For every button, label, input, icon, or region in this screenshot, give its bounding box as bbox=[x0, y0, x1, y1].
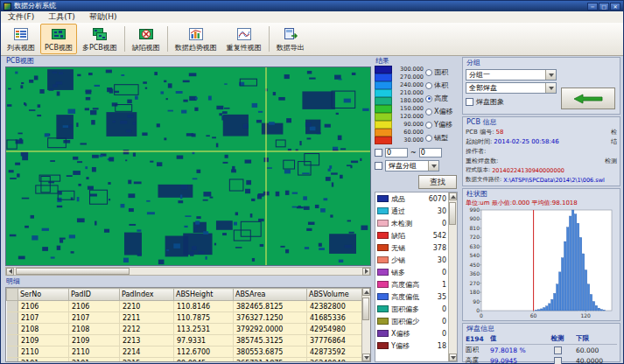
detail-cell: 2215 bbox=[120, 358, 174, 363]
minimize-button[interactable]: ─ bbox=[587, 3, 598, 10]
pad-info-header-cell: 下限 bbox=[576, 334, 614, 343]
detail-cell: 2211 bbox=[120, 312, 174, 324]
scroll-track[interactable] bbox=[362, 296, 370, 354]
pad-image-checkbox[interactable] bbox=[466, 98, 473, 106]
defect-row-9[interactable]: 面积偏多0 bbox=[375, 303, 448, 315]
defect-row-11[interactable]: X偏移0 bbox=[375, 327, 448, 340]
detail-cell: 41685336 bbox=[307, 312, 362, 324]
pad-group-checkbox[interactable] bbox=[375, 162, 382, 170]
chevron-down-icon[interactable] bbox=[545, 83, 556, 93]
pad-detect-checkbox[interactable] bbox=[554, 346, 562, 354]
scroll-thumb[interactable] bbox=[16, 268, 130, 275]
range-from-input[interactable] bbox=[385, 148, 408, 158]
scroll-track[interactable] bbox=[14, 268, 362, 275]
defect-row-8[interactable]: 高度偏低35 bbox=[375, 290, 448, 303]
legend-value: 240.000 bbox=[392, 81, 424, 89]
defect-row-7[interactable]: 高度偏高1 bbox=[375, 278, 448, 290]
legend-color bbox=[375, 97, 392, 105]
scroll-track[interactable] bbox=[449, 200, 457, 354]
find-button[interactable]: 查找 bbox=[418, 175, 457, 189]
maximize-button[interactable]: □ bbox=[599, 3, 609, 10]
range-checkbox[interactable] bbox=[375, 149, 382, 157]
scroll-down-button[interactable] bbox=[449, 354, 457, 361]
menu-item-0[interactable]: 文件(F) bbox=[1, 11, 41, 23]
scroll-up-button[interactable] bbox=[362, 288, 370, 296]
svg-text:360: 360 bbox=[470, 270, 480, 276]
defect-label: Y偏移 bbox=[391, 341, 438, 351]
pad-info-header-cell: 检测 bbox=[539, 334, 576, 343]
table-row[interactable]: 211021102214112.6700380553.687542873592 bbox=[7, 346, 362, 358]
pad-info-panel: 焊盘信息 E194值检测下限面积97.8018 %60.000高度99.0945… bbox=[462, 323, 620, 362]
detail-cell: 36240948 bbox=[307, 358, 362, 363]
scroll-down-button[interactable] bbox=[362, 354, 370, 361]
toolbar-button-multi-pcb-view[interactable]: 多PCB视图 bbox=[78, 24, 122, 54]
metric-radio-5[interactable]: 锡型 bbox=[425, 131, 458, 144]
menu-item-2[interactable]: 帮助(H) bbox=[82, 11, 124, 23]
toolbar-button-data-trend-view[interactable]: 数据趋势视图 bbox=[171, 24, 221, 54]
metric-radio-3[interactable]: X偏移 bbox=[425, 105, 458, 118]
pad-limit-value: 60.000 bbox=[576, 346, 614, 354]
scroll-up-button[interactable] bbox=[449, 192, 457, 200]
metric-radio-0[interactable]: 面积 bbox=[425, 66, 458, 79]
pad-select[interactable]: 全部焊盘 bbox=[466, 82, 557, 94]
toolbar-button-list-view[interactable]: 列表视图 bbox=[3, 24, 39, 54]
detail-cell: 42873592 bbox=[307, 346, 362, 358]
defect-color-swatch bbox=[377, 244, 389, 251]
pcb-horizontal-scrollbar[interactable] bbox=[5, 267, 371, 276]
detail-cell: 2107 bbox=[69, 312, 120, 324]
menu-item-1[interactable]: 工具(T) bbox=[41, 11, 82, 23]
chevron-down-icon[interactable] bbox=[545, 70, 556, 80]
toolbar-button-defect-view[interactable]: 缺陷视图 bbox=[128, 24, 165, 54]
pad-detect-checkbox[interactable] bbox=[554, 357, 562, 364]
close-button[interactable]: ✕ bbox=[610, 3, 620, 10]
table-row[interactable]: 21912191221599.0945365721.187536240948 bbox=[7, 358, 362, 363]
radio-icon bbox=[425, 95, 432, 102]
defect-row-10[interactable]: 面积偏少0 bbox=[375, 315, 448, 327]
pad-image-button[interactable] bbox=[561, 88, 615, 109]
defect-row-5[interactable]: 少锡30 bbox=[375, 254, 448, 266]
row-gutter bbox=[7, 358, 18, 363]
pad-image-label: 焊盘图象 bbox=[476, 97, 504, 107]
defect-row-12[interactable]: Y偏移18 bbox=[375, 340, 448, 352]
defect-color-swatch bbox=[377, 256, 389, 263]
defect-list-scrollbar[interactable] bbox=[448, 192, 457, 361]
detail-cell: 37776864 bbox=[307, 335, 362, 346]
scroll-right-button[interactable] bbox=[362, 268, 370, 276]
pcb-canvas[interactable] bbox=[5, 66, 371, 266]
chevron-down-icon[interactable] bbox=[428, 161, 438, 171]
svg-text:990: 990 bbox=[470, 207, 480, 213]
defect-row-3[interactable]: 缺陷542 bbox=[375, 229, 448, 242]
app-window: 数据分析系统 ─ □ ✕ 文件(F)工具(T)帮助(H) 列表视图PCB视图多P… bbox=[0, 0, 624, 364]
defect-row-6[interactable]: 锡多0 bbox=[375, 266, 448, 278]
legend-color bbox=[375, 74, 392, 81]
scroll-left-button[interactable] bbox=[6, 268, 14, 276]
table-row[interactable]: 210721072211110.7875376327.125041685336 bbox=[7, 312, 362, 324]
metric-label: X偏移 bbox=[434, 107, 452, 116]
group-select[interactable]: 分组一 bbox=[466, 69, 557, 80]
pad-group-select[interactable]: 焊盘分组 bbox=[385, 160, 439, 172]
table-row[interactable]: 210821082212113.2531379292.000042954980 bbox=[7, 324, 362, 335]
defect-row-2[interactable]: 未检测0 bbox=[375, 217, 448, 229]
defect-row-0[interactable]: 成品6070 bbox=[375, 192, 448, 205]
defect-row-4[interactable]: 无锡378 bbox=[375, 242, 448, 254]
defect-row-1[interactable]: 通过30 bbox=[375, 205, 448, 217]
defect-color-swatch bbox=[377, 207, 389, 214]
range-to-input[interactable] bbox=[419, 148, 442, 158]
detail-cell: 112.6700 bbox=[174, 346, 234, 358]
table-row[interactable]: 210621062210110.8146382465.812542382800 bbox=[7, 301, 362, 312]
metric-radio-4[interactable]: Y偏移 bbox=[425, 118, 458, 131]
detail-vertical-scrollbar[interactable] bbox=[361, 288, 370, 361]
svg-text:720: 720 bbox=[470, 234, 480, 240]
metric-radio-2[interactable]: 高度 bbox=[425, 92, 458, 105]
scroll-thumb[interactable] bbox=[449, 202, 456, 225]
toolbar-button-repeat-view[interactable]: 重复性视图 bbox=[222, 24, 266, 54]
toolbar-button-pcb-view[interactable]: PCB视图 bbox=[40, 24, 77, 54]
table-row[interactable]: 21092109221397.9331385745.312537776864 bbox=[7, 335, 362, 346]
detail-cell: 110.8146 bbox=[174, 301, 234, 312]
metric-radio-1[interactable]: 体积 bbox=[425, 79, 458, 92]
detail-cell: 385745.3125 bbox=[234, 335, 307, 346]
detail-cell: 2214 bbox=[120, 346, 174, 358]
detail-cell: 2191 bbox=[69, 358, 120, 363]
toolbar-button-data-export[interactable]: 数据导出 bbox=[272, 24, 309, 54]
scroll-thumb[interactable] bbox=[362, 298, 369, 320]
